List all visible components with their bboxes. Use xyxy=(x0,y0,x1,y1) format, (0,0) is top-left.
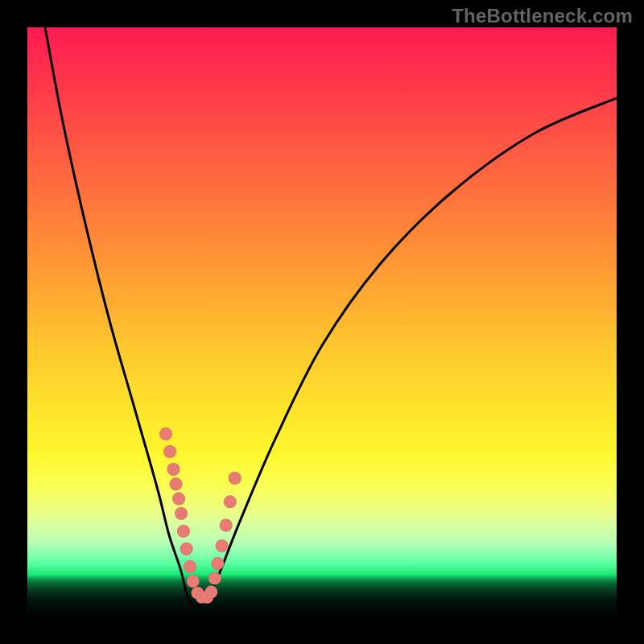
data-point xyxy=(172,493,185,506)
bottleneck-curve xyxy=(45,27,617,607)
data-point xyxy=(220,519,233,532)
highlighted-points xyxy=(159,427,242,604)
data-point xyxy=(170,477,183,490)
data-point xyxy=(211,557,224,570)
data-point xyxy=(163,445,176,458)
data-point xyxy=(224,495,237,508)
data-point xyxy=(229,472,242,485)
data-point xyxy=(175,507,188,520)
data-point xyxy=(177,525,190,538)
plot-area xyxy=(27,27,617,617)
data-point xyxy=(216,539,229,552)
watermark-text: TheBottleneck.com xyxy=(452,5,633,27)
data-point xyxy=(184,560,196,573)
data-point xyxy=(180,543,193,555)
chart-frame: TheBottleneck.com xyxy=(0,0,644,644)
data-point xyxy=(167,463,180,476)
data-point xyxy=(204,585,217,598)
data-point xyxy=(159,427,172,440)
data-point xyxy=(187,575,200,588)
chart-svg xyxy=(27,27,617,617)
data-point xyxy=(208,572,221,584)
